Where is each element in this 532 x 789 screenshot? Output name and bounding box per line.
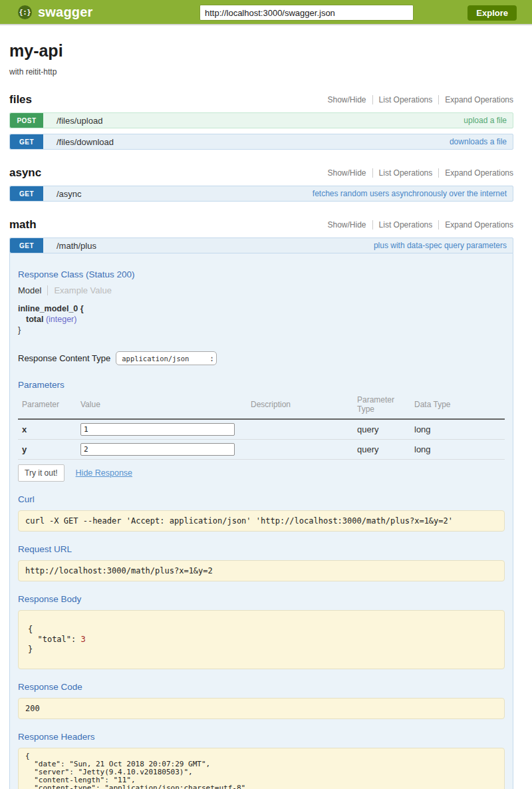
param-type: query xyxy=(353,440,410,460)
param-name: y xyxy=(18,440,76,460)
col-header-parameter-type: Parameter Type xyxy=(353,391,410,419)
show-hide-link[interactable]: Show/Hide xyxy=(322,95,372,104)
section-controls: Show/Hide List Operations Expand Operati… xyxy=(322,168,513,178)
show-hide-link[interactable]: Show/Hide xyxy=(322,220,372,230)
brand-title: swagger xyxy=(38,5,93,20)
response-class-heading: Response Class (Status 200) xyxy=(18,269,505,279)
api-info: my-api with reitit-http xyxy=(9,25,513,77)
param-type: query xyxy=(353,419,410,440)
hide-response-link[interactable]: Hide Response xyxy=(76,468,132,478)
param-description xyxy=(247,419,353,440)
operation-summary-link[interactable]: downloads a file xyxy=(450,137,507,146)
model-signature: inline_model_0 { total (integer) } xyxy=(18,303,505,335)
method-badge: GET xyxy=(10,238,43,253)
param-description xyxy=(247,440,353,460)
operation-path[interactable]: /files/download xyxy=(57,137,114,147)
json-text: { "total": xyxy=(28,625,80,644)
list-operations-link[interactable]: List Operations xyxy=(372,168,439,178)
operation-row-get-async[interactable]: GET /async fetches random users asynchro… xyxy=(9,186,513,202)
model-property-type: (integer) xyxy=(46,315,77,324)
response-body-json: { "total": 3 } xyxy=(18,610,505,669)
expand-operations-link[interactable]: Expand Operations xyxy=(438,220,513,230)
operation-summary-link[interactable]: plus with data-spec query parameters xyxy=(374,241,507,250)
parameters-heading: Parameters xyxy=(18,380,505,390)
parameter-row-x: x query long xyxy=(18,419,505,440)
model-close-brace: } xyxy=(18,325,505,335)
section-title-async: async xyxy=(9,166,41,180)
explore-button[interactable]: Explore xyxy=(467,5,517,21)
try-it-out-button[interactable]: Try it out! xyxy=(18,464,65,482)
swagger-logo-glyph: {:} xyxy=(19,9,31,16)
json-text: } xyxy=(28,645,33,654)
operation-row-post-files-upload[interactable]: POST /files/upload upload a file xyxy=(9,112,513,128)
param-data-type: long xyxy=(410,419,505,440)
model-tabs: Model Example Value xyxy=(18,285,505,295)
operation-path[interactable]: /math/plus xyxy=(57,241,96,251)
page-subtitle: with reitit-http xyxy=(9,67,513,77)
model-name: inline_model_0 { xyxy=(18,304,84,313)
col-header-description: Description xyxy=(247,391,353,419)
page-title: my-api xyxy=(9,41,513,61)
param-value-input-y[interactable] xyxy=(80,443,235,456)
section-controls: Show/Hide List Operations Expand Operati… xyxy=(322,220,513,230)
model-property-name: total xyxy=(26,315,43,324)
col-header-parameter: Parameter xyxy=(18,391,76,419)
parameters-table: Parameter Value Description Parameter Ty… xyxy=(18,391,505,460)
section-title-files: files xyxy=(9,93,32,106)
response-headers-heading: Response Headers xyxy=(18,732,505,742)
spec-url-input[interactable] xyxy=(200,5,414,21)
page-body: my-api with reitit-http files Show/Hide … xyxy=(9,25,513,789)
col-header-data-type: Data Type xyxy=(410,391,505,419)
response-headers-json: { "date": "Sun, 21 Oct 2018 20:07:29 GMT… xyxy=(18,748,505,789)
response-content-type-label: Response Content Type xyxy=(18,353,110,363)
json-number-value: 3 xyxy=(80,635,85,644)
param-name: x xyxy=(18,419,76,440)
param-value-input-x[interactable] xyxy=(80,423,235,436)
operation-summary-link[interactable]: fetches random users asynchronously over… xyxy=(313,189,507,198)
section-controls: Show/Hide List Operations Expand Operati… xyxy=(322,95,513,104)
operation-path[interactable]: /files/upload xyxy=(57,116,102,126)
tab-example-value[interactable]: Example Value xyxy=(47,285,111,295)
expand-operations-link[interactable]: Expand Operations xyxy=(438,95,513,104)
operation-summary-link[interactable]: upload a file xyxy=(464,116,507,125)
expand-operations-link[interactable]: Expand Operations xyxy=(438,168,513,178)
col-header-value: Value xyxy=(76,391,247,419)
tab-model[interactable]: Model xyxy=(18,285,47,295)
parameter-row-y: y query long xyxy=(18,440,505,460)
response-content-type-select[interactable]: application/json ▴▾ xyxy=(116,351,217,365)
show-hide-link[interactable]: Show/Hide xyxy=(322,168,372,178)
operation-detail-panel: Response Class (Status 200) Model Exampl… xyxy=(9,253,513,789)
section-math: math Show/Hide List Operations Expand Op… xyxy=(9,218,513,789)
operation-path[interactable]: /async xyxy=(57,189,82,199)
section-title-math: math xyxy=(9,218,37,232)
response-body-heading: Response Body xyxy=(18,594,505,604)
list-operations-link[interactable]: List Operations xyxy=(372,220,439,230)
response-code-value: 200 xyxy=(18,698,505,719)
curl-command: curl -X GET --header 'Accept: applicatio… xyxy=(18,510,505,532)
operation-row-get-files-download[interactable]: GET /files/download downloads a file xyxy=(9,134,513,150)
method-badge: POST xyxy=(10,113,43,128)
request-url-heading: Request URL xyxy=(18,544,505,554)
topbar: {:} swagger Explore xyxy=(0,0,532,25)
section-files: files Show/Hide List Operations Expand O… xyxy=(9,93,513,150)
list-operations-link[interactable]: List Operations xyxy=(372,95,439,104)
param-data-type: long xyxy=(410,440,505,460)
curl-heading: Curl xyxy=(18,494,505,504)
operation-row-get-math-plus[interactable]: GET /math/plus plus with data-spec query… xyxy=(9,237,513,253)
select-arrows-icon: ▴▾ xyxy=(211,355,213,362)
request-url-value: http://localhost:3000/math/plus?x=1&y=2 xyxy=(18,560,505,581)
section-async: async Show/Hide List Operations Expand O… xyxy=(9,166,513,202)
response-code-heading: Response Code xyxy=(18,682,505,692)
selected-content-type: application/json xyxy=(122,355,189,363)
method-badge: GET xyxy=(10,134,43,149)
method-badge: GET xyxy=(10,186,43,201)
swagger-logo-icon: {:} xyxy=(18,5,32,19)
